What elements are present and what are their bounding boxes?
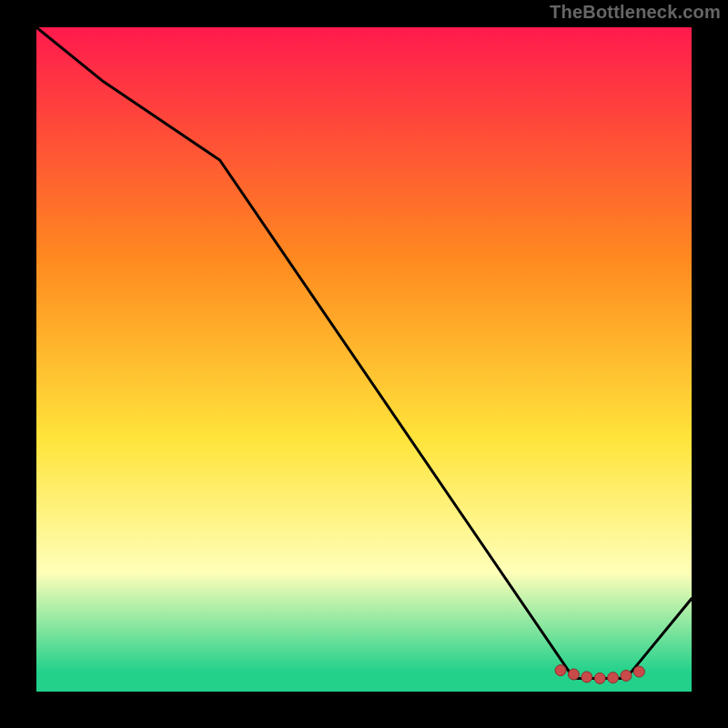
chart-svg: [36, 27, 692, 692]
data-marker: [633, 666, 644, 677]
data-marker: [608, 672, 619, 683]
plot-area: [36, 27, 692, 692]
data-marker: [568, 669, 579, 680]
gradient-backdrop: [36, 27, 692, 692]
data-marker: [555, 665, 566, 676]
watermark-text: TheBottleneck.com: [550, 2, 721, 23]
data-marker: [621, 670, 632, 681]
data-marker: [594, 672, 605, 683]
data-marker: [581, 672, 592, 682]
chart-frame: TheBottleneck.com: [0, 0, 728, 728]
